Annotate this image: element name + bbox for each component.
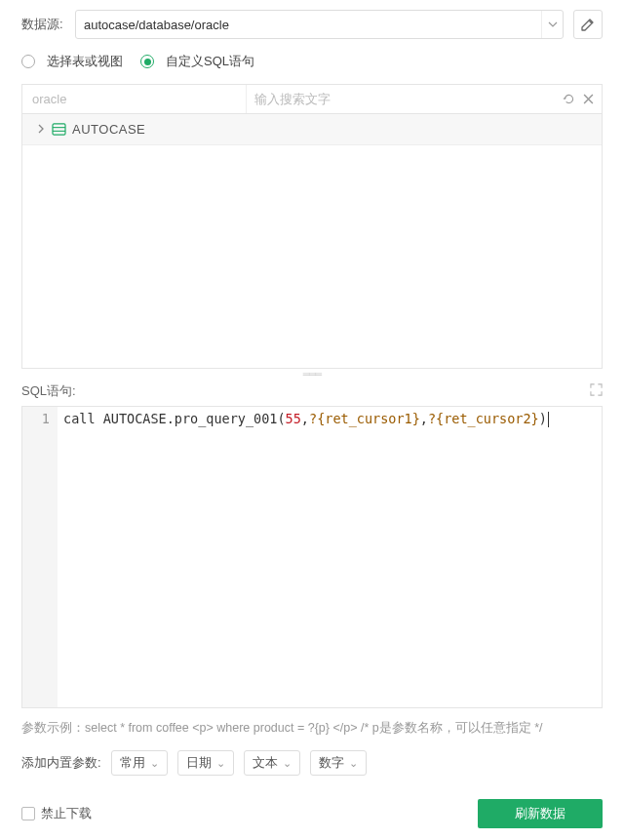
- token-punct: (: [277, 411, 285, 426]
- checkbox-icon: [21, 807, 35, 820]
- sql-editor[interactable]: 1 call AUTOCASE.pro_query_001(55,?{ret_c…: [21, 406, 603, 708]
- schema-browser: oracle AUTOCASE: [21, 84, 603, 369]
- token-keyword: call: [63, 411, 103, 426]
- resize-handle[interactable]: ═══: [0, 369, 624, 379]
- forbid-download-label: 禁止下载: [41, 805, 92, 822]
- dropdown-common[interactable]: 常用 ⌄: [111, 750, 168, 776]
- chevron-down-icon: ⌄: [216, 757, 225, 770]
- token-punct: ): [539, 411, 547, 426]
- token-param: ?{ret_cursor1}: [309, 411, 420, 426]
- svg-rect-0: [53, 124, 65, 135]
- chevron-down-icon: ⌄: [150, 757, 159, 770]
- tree-node-label: AUTOCASE: [72, 122, 145, 137]
- edit-icon: [580, 17, 596, 32]
- radio-select-table-label: 选择表或视图: [47, 53, 123, 70]
- schema-tree[interactable]: AUTOCASE: [22, 114, 602, 368]
- dropdown-label: 常用: [120, 754, 145, 772]
- dropdown-date[interactable]: 日期 ⌄: [177, 750, 234, 776]
- dropdown-label: 文本: [253, 754, 278, 772]
- close-icon[interactable]: [583, 94, 594, 104]
- param-hint: 参数示例：select * from coffee <p> where prod…: [0, 708, 624, 740]
- token-punct: ,: [420, 411, 428, 426]
- schema-search-input[interactable]: [254, 92, 563, 106]
- forbid-download-checkbox[interactable]: 禁止下载: [21, 805, 92, 822]
- editor-gutter: 1: [22, 407, 58, 707]
- radio-select-table[interactable]: [21, 55, 35, 68]
- chevron-down-icon: ⌄: [283, 757, 292, 770]
- token-identifier: AUTOCASE.pro_query_001: [103, 411, 278, 426]
- datasource-value: autocase/database/oracle: [84, 18, 229, 32]
- radio-custom-sql[interactable]: [140, 55, 154, 68]
- schema-title: oracle: [22, 85, 247, 113]
- datasource-select[interactable]: autocase/database/oracle: [75, 10, 564, 39]
- chevron-right-icon: [36, 122, 46, 137]
- refresh-data-button[interactable]: 刷新数据: [478, 799, 603, 828]
- datasource-label: 数据源:: [21, 16, 65, 33]
- expand-icon[interactable]: [590, 383, 603, 399]
- token-punct: ,: [301, 411, 309, 426]
- chevron-down-icon: ⌄: [349, 757, 358, 770]
- editor-content[interactable]: call AUTOCASE.pro_query_001(55,?{ret_cur…: [58, 407, 602, 707]
- token-number: 55: [286, 411, 301, 426]
- refresh-icon[interactable]: [563, 93, 575, 105]
- dropdown-number[interactable]: 数字 ⌄: [310, 750, 367, 776]
- sql-label: SQL语句:: [21, 382, 76, 400]
- chevron-down-icon: [541, 11, 563, 38]
- edit-datasource-button[interactable]: [573, 10, 603, 39]
- radio-custom-sql-label: 自定义SQL语句: [166, 53, 254, 70]
- text-cursor: [548, 412, 549, 427]
- database-icon: [52, 123, 66, 136]
- line-number: 1: [26, 411, 50, 426]
- dropdown-label: 日期: [186, 754, 212, 772]
- token-param: ?{ret_cursor2}: [428, 411, 539, 426]
- tree-node-root[interactable]: AUTOCASE: [22, 114, 602, 145]
- dropdown-label: 数字: [319, 754, 344, 772]
- builtin-params-label: 添加内置参数:: [21, 754, 101, 772]
- dropdown-text[interactable]: 文本 ⌄: [244, 750, 300, 776]
